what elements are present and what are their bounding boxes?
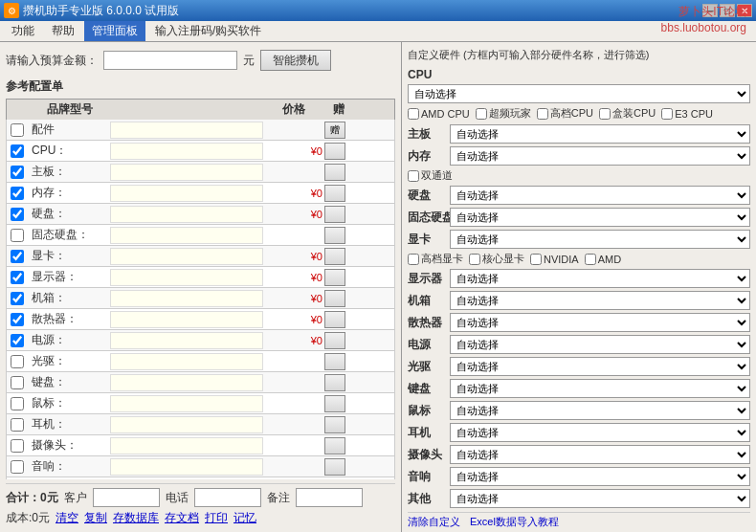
menu-item-admin[interactable]: 管理面板 [84,21,145,41]
cpu-boxed-label[interactable]: 盒装CPU [612,106,656,121]
ssd-select[interactable]: 自动选择 [450,208,750,227]
comp-check-8[interactable] [11,292,24,305]
comp-add-1[interactable] [324,143,345,160]
odd-select[interactable]: 自动选择 [450,357,750,376]
cpu-highend-label[interactable]: 高档CPU [550,106,593,121]
comp-model-15[interactable] [110,437,263,454]
print-button[interactable]: 打印 [205,510,228,526]
comp-model-3[interactable] [110,185,263,202]
comp-model-16[interactable] [110,458,263,476]
comp-add-13[interactable] [324,395,345,412]
nvidia-check[interactable] [530,254,542,265]
comp-add-10[interactable] [324,332,345,349]
comp-model-6[interactable] [110,248,263,265]
comp-model-14[interactable] [110,416,263,433]
comp-check-9[interactable] [11,313,24,326]
comp-check-7[interactable] [11,271,24,284]
amd-gpu-label[interactable]: AMD [598,254,621,265]
comp-add-14[interactable] [324,416,345,433]
cpu-superfan-check[interactable] [476,108,487,120]
comp-check-3[interactable] [11,187,24,200]
copy-button[interactable]: 复制 [84,510,107,526]
cpu-amd-check[interactable] [408,108,419,120]
comp-model-5[interactable] [110,227,263,244]
comp-check-0[interactable] [11,123,24,137]
smart-button[interactable]: 智能攒机 [260,50,331,71]
mobo-select[interactable]: 自动选择 [450,124,750,144]
comp-check-13[interactable] [11,397,24,410]
comp-check-11[interactable] [11,355,24,368]
cooler-select[interactable]: 自动选择 [450,313,750,332]
comp-add-2[interactable] [324,164,345,181]
comp-add-6[interactable] [324,248,345,265]
comp-model-9[interactable] [110,311,263,328]
comp-add-4[interactable] [324,206,345,223]
memory-button[interactable]: 记忆 [233,510,256,526]
note-input[interactable] [296,488,363,507]
dual-channel-label[interactable]: 双通道 [421,168,453,183]
comp-model-17[interactable] [110,479,263,480]
budget-input[interactable] [103,51,237,70]
comp-add-7[interactable] [324,269,345,286]
comp-model-1[interactable] [110,143,263,160]
cpu-highend-check[interactable] [537,108,548,120]
nvidia-label[interactable]: NVIDIA [544,254,579,265]
comp-model-4[interactable] [110,206,263,223]
cpu-superfan-label[interactable]: 超频玩家 [489,106,531,121]
phone-input[interactable] [194,488,261,507]
comp-model-8[interactable] [110,290,263,307]
comp-check-5[interactable] [11,229,24,242]
excel-import-link[interactable]: Excel数据导入教程 [470,515,559,529]
comp-check-6[interactable] [11,250,24,263]
cpu-amd-label[interactable]: AMD CPU [421,108,470,120]
comp-check-2[interactable] [11,166,24,179]
comp-check-12[interactable] [11,376,24,389]
comp-check-1[interactable] [11,144,24,158]
menu-item-register[interactable]: 输入注册码/购买软件 [147,21,269,41]
menu-item-function[interactable]: 功能 [4,21,42,41]
comp-add-17[interactable] [324,479,345,480]
webcam-select[interactable]: 自动选择 [450,445,750,464]
comp-check-15[interactable] [11,439,24,453]
hdd-select[interactable]: 自动选择 [450,186,750,205]
comp-check-14[interactable] [11,418,24,432]
menu-item-help[interactable]: 帮助 [44,21,82,41]
comp-model-2[interactable] [110,164,263,181]
comp-add-3[interactable] [324,185,345,202]
cpu-e3-label[interactable]: E3 CPU [675,108,713,120]
igpu-check[interactable] [469,254,480,265]
gpu-select[interactable]: 自动选择 [450,230,750,249]
comp-add-8[interactable] [324,290,345,307]
highend-gpu-check[interactable] [408,254,419,265]
cpu-e3-check[interactable] [661,108,673,120]
comp-check-10[interactable] [11,334,24,347]
comp-model-13[interactable] [110,395,263,412]
highend-gpu-label[interactable]: 高档显卡 [421,252,463,266]
monitor-select[interactable]: 自动选择 [450,269,750,288]
igpu-label[interactable]: 核心显卡 [482,252,524,266]
cpu-select[interactable]: 自动选择 [408,84,750,103]
clear-button[interactable]: 清空 [56,510,78,526]
save-doc-button[interactable]: 存文档 [165,510,199,526]
comp-model-11[interactable] [110,353,263,370]
comp-add-5[interactable] [324,227,345,244]
save-db-button[interactable]: 存数据库 [113,510,159,526]
clear-custom-link[interactable]: 清除自定义 [408,515,460,529]
psu-select[interactable]: 自动选择 [450,335,750,354]
comp-model-7[interactable] [110,269,263,286]
amd-gpu-check[interactable] [585,254,596,265]
comp-model-0[interactable] [110,122,263,139]
other-select[interactable]: 自动选择 [450,489,750,508]
comp-model-12[interactable] [110,374,263,391]
headphone-select[interactable]: 自动选择 [450,423,750,442]
comp-check-16[interactable] [11,460,24,474]
memory-select[interactable]: 自动选择 [450,146,750,166]
dual-channel-check[interactable] [408,170,419,182]
mouse-select[interactable]: 自动选择 [450,401,750,420]
speaker-select[interactable]: 自动选择 [450,467,750,486]
comp-add-16[interactable] [324,458,345,476]
comp-add-9[interactable] [324,311,345,328]
case-select[interactable]: 自动选择 [450,291,750,310]
comp-add-11[interactable] [324,353,345,370]
customer-input[interactable] [93,488,160,507]
